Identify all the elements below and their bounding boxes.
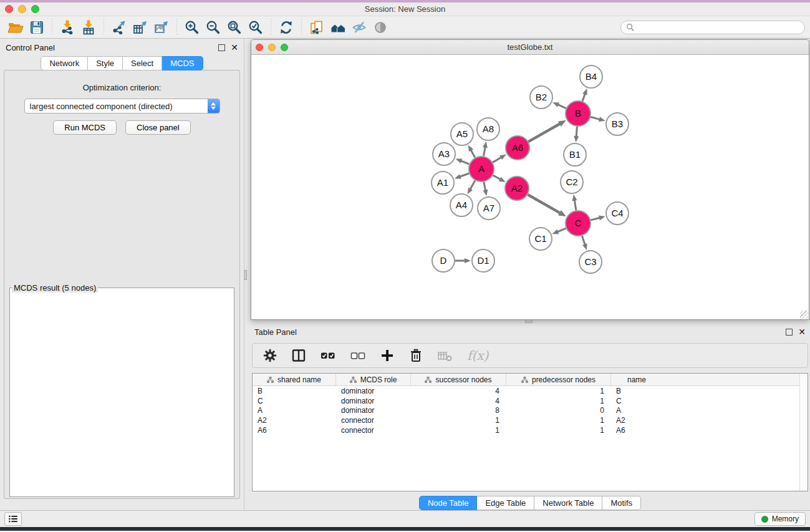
graph-node-A4[interactable]: A4 (450, 194, 473, 216)
column-header-name[interactable]: name (611, 374, 662, 385)
delete-column-button[interactable] (408, 348, 423, 363)
deselect-all-rows-button[interactable] (350, 348, 366, 363)
delete-table-button[interactable] (437, 348, 453, 363)
run-mcds-button[interactable]: Run MCDS (53, 120, 117, 135)
graph-node-C2[interactable]: C2 (561, 171, 583, 193)
float-table-panel-icon[interactable] (786, 329, 793, 336)
graph-edge-B-B1[interactable] (576, 127, 577, 137)
graph-edge-A-A1[interactable] (460, 173, 469, 177)
graph-node-A6[interactable]: A6 (506, 136, 529, 160)
graph-node-C1[interactable]: C1 (529, 228, 552, 250)
cell-mcds-role[interactable]: connector (336, 416, 411, 425)
graph-edge-A6-B[interactable] (528, 123, 560, 142)
graph-edge-C-C2[interactable] (574, 200, 576, 210)
cell-predecessor-nodes[interactable]: 1 (506, 397, 611, 405)
tab-network[interactable]: Network (41, 56, 88, 70)
table-settings-button[interactable] (263, 348, 277, 363)
tab-node-table[interactable]: Node Table (419, 496, 478, 510)
graph-node-A[interactable]: A (469, 157, 494, 181)
search-input[interactable] (637, 23, 799, 32)
cell-mcds-role[interactable]: dominator (336, 397, 411, 405)
graph-node-D[interactable]: D (432, 249, 455, 272)
column-header-predecessor-nodes[interactable]: predecessor nodes (506, 374, 611, 385)
column-header-shared-name[interactable]: shared name (253, 374, 336, 385)
cell-mcds-role[interactable]: dominator (336, 406, 411, 415)
cell-shared-name[interactable]: B (253, 387, 336, 395)
graph-node-B3[interactable]: B3 (606, 113, 629, 135)
graph-node-A5[interactable]: A5 (451, 123, 473, 145)
graph-edge-A-A2[interactable] (493, 175, 501, 180)
cell-predecessor-nodes[interactable]: 1 (506, 387, 611, 395)
column-header-mcds-role[interactable]: MCDS role (336, 374, 411, 385)
tab-select[interactable]: Select (123, 56, 162, 70)
graph-edge-C-C4[interactable] (591, 218, 600, 220)
home-layout-button[interactable] (327, 18, 349, 37)
tab-motifs[interactable]: Motifs (602, 496, 641, 510)
hide-graphics-details-button[interactable] (349, 18, 370, 37)
export-network-button[interactable] (108, 18, 130, 37)
cell-shared-name[interactable]: A (253, 406, 336, 415)
graph-edge-B-B3[interactable] (591, 117, 600, 119)
cell-successor-nodes[interactable]: 4 (411, 397, 506, 405)
graph-edge-A-A6[interactable] (493, 157, 501, 162)
import-network-button[interactable] (57, 18, 78, 37)
cell-mcds-role[interactable]: dominator (336, 387, 411, 395)
graph-edge-B-B4[interactable] (582, 94, 585, 101)
float-panel-icon[interactable] (218, 44, 225, 51)
zoom-in-button[interactable] (181, 18, 203, 37)
cell-name[interactable]: B (611, 387, 662, 395)
cell-predecessor-nodes[interactable]: 0 (506, 406, 611, 415)
network-canvas[interactable]: AA1A3A5A8A4A7A6A2BB1B2B3B4CC1C2C3C4DD1 (251, 55, 809, 319)
close-panel-icon[interactable]: ✕ (231, 44, 238, 51)
graph-edge-A-A7[interactable] (484, 182, 486, 191)
column-visibility-button[interactable] (291, 348, 306, 363)
table-scrollbar[interactable] (799, 374, 808, 491)
graph-node-B[interactable]: B (566, 101, 591, 126)
cell-successor-nodes[interactable]: 4 (411, 387, 506, 395)
close-table-panel-icon[interactable]: ✕ (798, 329, 806, 336)
save-session-button[interactable] (26, 18, 47, 37)
column-header-successor-nodes[interactable]: successor nodes (411, 374, 506, 385)
cell-name[interactable]: A2 (611, 416, 662, 425)
cell-successor-nodes[interactable]: 1 (411, 426, 506, 435)
graph-edge-A2-C[interactable] (528, 195, 560, 213)
function-builder-button[interactable]: f(x) (467, 348, 488, 363)
cell-name[interactable]: A (611, 406, 662, 415)
zoom-out-button[interactable] (203, 18, 224, 37)
cell-predecessor-nodes[interactable]: 1 (506, 416, 611, 425)
graph-node-A1[interactable]: A1 (432, 172, 454, 194)
global-search-field[interactable] (620, 21, 805, 34)
memory-button[interactable]: Memory (755, 512, 806, 526)
tab-network-table[interactable]: Network Table (534, 496, 602, 510)
graph-node-C4[interactable]: C4 (606, 202, 629, 225)
graph-node-D1[interactable]: D1 (472, 249, 494, 272)
zoom-fit-button[interactable] (224, 18, 245, 37)
table-row[interactable]: A6connector11A6 (253, 425, 808, 435)
graph-node-A7[interactable]: A7 (478, 197, 500, 220)
graph-node-B4[interactable]: B4 (580, 65, 602, 88)
cell-name[interactable]: A6 (611, 426, 662, 435)
close-panel-button[interactable]: Close panel (125, 120, 191, 135)
add-column-button[interactable] (380, 348, 395, 363)
network-window-titlebar[interactable]: testGlobe.txt (251, 40, 809, 55)
table-row[interactable]: Adominator80A (253, 406, 808, 416)
import-table-button[interactable] (78, 18, 99, 37)
cell-name[interactable]: C (611, 397, 662, 405)
tab-mcds[interactable]: MCDS (162, 56, 203, 70)
graph-node-B2[interactable]: B2 (530, 86, 552, 109)
graph-node-A3[interactable]: A3 (433, 143, 455, 165)
graph-edge-A-A4[interactable] (470, 180, 475, 190)
refresh-view-button[interactable] (276, 18, 297, 37)
criterion-dropdown[interactable]: largest connected component (directed) (24, 99, 220, 114)
panel-splitter-handle[interactable] (244, 270, 247, 280)
cell-shared-name[interactable]: C (253, 397, 336, 405)
table-row[interactable]: Cdominator41C (253, 396, 808, 406)
task-history-button[interactable] (4, 512, 22, 526)
graph-node-A2[interactable]: A2 (505, 177, 529, 200)
graph-edge-A-A5[interactable] (471, 150, 475, 158)
graph-edge-C-C3[interactable] (582, 236, 585, 245)
cell-predecessor-nodes[interactable]: 1 (506, 426, 611, 435)
graph-edge-C-C1[interactable] (557, 228, 566, 232)
open-session-button[interactable] (5, 18, 26, 37)
cell-successor-nodes[interactable]: 1 (411, 416, 506, 425)
